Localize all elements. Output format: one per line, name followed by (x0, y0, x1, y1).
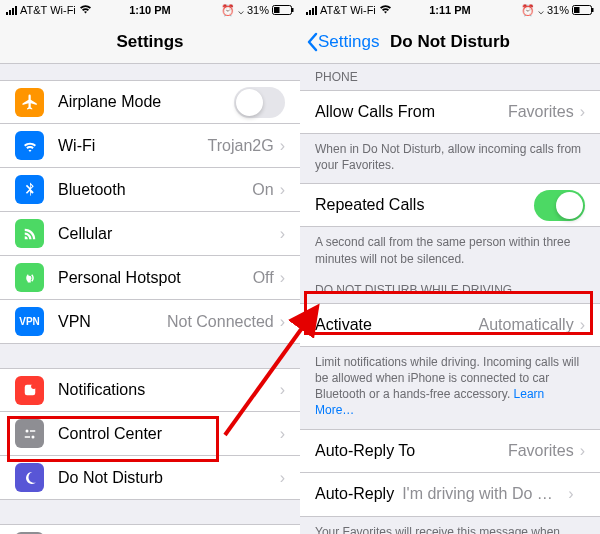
row-notifications[interactable]: Notifications › (0, 368, 300, 412)
row-auto-reply-to[interactable]: Auto-Reply To Favorites › (300, 429, 600, 473)
hotspot-icon (15, 263, 44, 292)
wifi-row-icon (15, 131, 44, 160)
status-time: 1:11 PM (429, 4, 471, 16)
carrier-label: AT&T Wi-Fi (320, 4, 376, 16)
notifications-label: Notifications (58, 381, 280, 399)
vpn-icon: VPN (15, 307, 44, 336)
auto-reply-footer: Your Favorites will receive this message… (300, 517, 600, 535)
svg-point-5 (25, 429, 28, 432)
signal-icon (6, 6, 17, 15)
nav-bar: Settings (0, 20, 300, 64)
control-center-label: Control Center (58, 425, 280, 443)
chevron-icon: › (280, 381, 285, 399)
section-header-driving: DO NOT DISTURB WHILE DRIVING (300, 277, 600, 303)
vpn-value: Not Connected (167, 313, 274, 331)
signal-icon (306, 6, 317, 15)
row-vpn[interactable]: VPN VPN Not Connected › (0, 300, 300, 344)
svg-point-4 (31, 384, 36, 389)
row-airplane-mode[interactable]: Airplane Mode (0, 80, 300, 124)
carrier-label: AT&T Wi-Fi (20, 4, 76, 16)
chevron-icon: › (280, 469, 285, 487)
svg-point-7 (31, 435, 34, 438)
row-repeated-calls[interactable]: Repeated Calls (300, 183, 600, 227)
airplane-label: Airplane Mode (58, 93, 234, 111)
svg-rect-8 (24, 436, 29, 438)
back-button[interactable]: Settings (300, 32, 379, 52)
status-bar: AT&T Wi-Fi 1:10 PM ⏰ ⌵ 31% (0, 0, 300, 20)
back-label: Settings (318, 32, 379, 52)
row-do-not-disturb[interactable]: Do Not Disturb › (0, 456, 300, 500)
svg-rect-11 (574, 7, 580, 13)
chevron-icon: › (280, 425, 285, 443)
row-wifi[interactable]: Wi-Fi Trojan2G › (0, 124, 300, 168)
svg-rect-2 (292, 8, 294, 12)
airplane-icon (15, 88, 44, 117)
repeated-footer: A second call from the same person withi… (300, 227, 600, 276)
chevron-icon: › (280, 313, 285, 331)
svg-rect-12 (592, 8, 594, 12)
svg-rect-1 (274, 7, 280, 13)
chevron-icon: › (580, 442, 585, 460)
battery-icon (272, 5, 294, 15)
auto-reply-to-label: Auto-Reply To (315, 442, 508, 460)
chevron-icon: › (580, 103, 585, 121)
bluetooth-status-icon: ⌵ (238, 5, 244, 16)
activate-label: Activate (315, 316, 479, 334)
auto-reply-to-value: Favorites (508, 442, 574, 460)
row-bluetooth[interactable]: Bluetooth On › (0, 168, 300, 212)
repeated-label: Repeated Calls (315, 196, 534, 214)
activate-footer: Limit notifications while driving. Incom… (300, 347, 600, 429)
battery-icon (572, 5, 594, 15)
alarm-icon: ⏰ (221, 4, 235, 17)
wifi-label: Wi-Fi (58, 137, 208, 155)
wifi-icon (379, 4, 392, 16)
battery-percent: 31% (547, 4, 569, 16)
chevron-icon: › (568, 485, 573, 503)
section-header-phone: PHONE (300, 64, 600, 90)
chevron-icon: › (280, 225, 285, 243)
status-time: 1:10 PM (129, 4, 171, 16)
airplane-toggle[interactable] (234, 87, 285, 118)
auto-reply-label: Auto-Reply (315, 485, 394, 503)
bluetooth-label: Bluetooth (58, 181, 252, 199)
row-activate[interactable]: Activate Automatically › (300, 303, 600, 347)
hotspot-label: Personal Hotspot (58, 269, 253, 287)
row-general[interactable]: General › (0, 524, 300, 534)
battery-percent: 31% (247, 4, 269, 16)
nav-bar: Settings Do Not Disturb (300, 20, 600, 64)
moon-icon (15, 463, 44, 492)
vpn-label: VPN (58, 313, 167, 331)
allow-calls-footer: When in Do Not Disturb, allow incoming c… (300, 134, 600, 183)
cellular-label: Cellular (58, 225, 280, 243)
dnd-screen: AT&T Wi-Fi 1:11 PM ⏰ ⌵ 31% Settings Do N… (300, 0, 600, 534)
page-title: Do Not Disturb (390, 32, 510, 52)
notifications-icon (15, 376, 44, 405)
chevron-icon: › (280, 137, 285, 155)
allow-calls-label: Allow Calls From (315, 103, 508, 121)
row-control-center[interactable]: Control Center › (0, 412, 300, 456)
bluetooth-icon (15, 175, 44, 204)
row-hotspot[interactable]: Personal Hotspot Off › (0, 256, 300, 300)
settings-screen: AT&T Wi-Fi 1:10 PM ⏰ ⌵ 31% Settings (0, 0, 300, 534)
wifi-value: Trojan2G (208, 137, 274, 155)
row-allow-calls[interactable]: Allow Calls From Favorites › (300, 90, 600, 134)
control-center-icon (15, 419, 44, 448)
activate-value: Automatically (479, 316, 574, 334)
cellular-icon (15, 219, 44, 248)
dnd-label: Do Not Disturb (58, 469, 280, 487)
status-bar: AT&T Wi-Fi 1:11 PM ⏰ ⌵ 31% (300, 0, 600, 20)
auto-reply-value: I'm driving with Do Not Distu… (402, 485, 562, 503)
allow-calls-value: Favorites (508, 103, 574, 121)
chevron-icon: › (280, 181, 285, 199)
page-title: Settings (116, 32, 183, 52)
svg-rect-6 (30, 430, 35, 432)
alarm-icon: ⏰ (521, 4, 535, 17)
repeated-toggle[interactable] (534, 190, 585, 221)
bluetooth-value: On (252, 181, 273, 199)
row-auto-reply[interactable]: Auto-Reply I'm driving with Do Not Distu… (300, 473, 600, 517)
row-cellular[interactable]: Cellular › (0, 212, 300, 256)
chevron-icon: › (580, 316, 585, 334)
bluetooth-status-icon: ⌵ (538, 5, 544, 16)
wifi-icon (79, 4, 92, 16)
chevron-icon: › (280, 269, 285, 287)
